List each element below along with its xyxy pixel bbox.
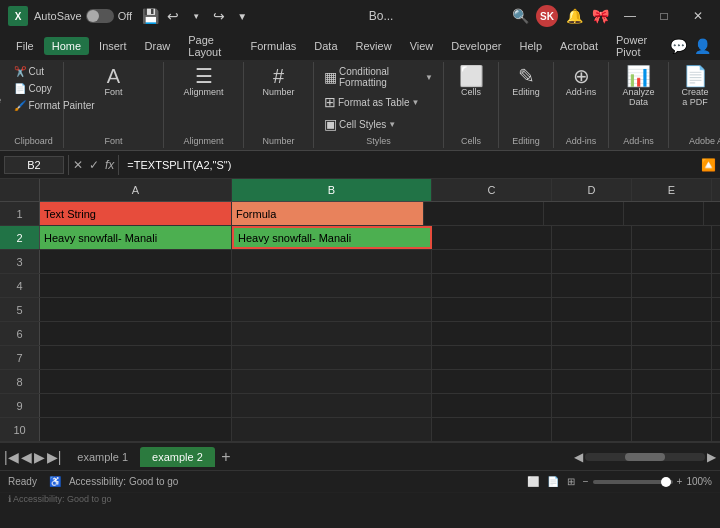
- cell-f8[interactable]: [712, 370, 720, 393]
- cell-d9[interactable]: [552, 394, 632, 417]
- alignment-button[interactable]: ☰ Alignment: [179, 64, 227, 99]
- cell-e10[interactable]: [632, 418, 712, 441]
- view-normal-icon[interactable]: ⬜: [527, 476, 539, 487]
- cell-e3[interactable]: [632, 250, 712, 273]
- minimize-button[interactable]: —: [616, 6, 644, 26]
- menu-help[interactable]: Help: [511, 37, 550, 55]
- cell-d2[interactable]: [552, 226, 632, 249]
- cell-e2[interactable]: [632, 226, 712, 249]
- cell-b3[interactable]: [232, 250, 432, 273]
- cell-d1[interactable]: [544, 202, 624, 225]
- cell-e8[interactable]: [632, 370, 712, 393]
- sheet-tab-example2[interactable]: example 2: [140, 447, 215, 467]
- addins-button[interactable]: ⊕ Add-ins: [561, 64, 601, 99]
- horizontal-scrollbar[interactable]: [585, 453, 705, 461]
- close-button[interactable]: ✕: [684, 6, 712, 26]
- cell-c10[interactable]: [432, 418, 552, 441]
- cell-c8[interactable]: [432, 370, 552, 393]
- menu-data[interactable]: Data: [306, 37, 345, 55]
- add-sheet-button[interactable]: +: [215, 446, 237, 468]
- cell-a3[interactable]: [40, 250, 232, 273]
- zoom-slider[interactable]: [593, 480, 673, 484]
- editing-button[interactable]: ✎ Editing: [506, 64, 546, 99]
- tab-next-icon[interactable]: ▶: [34, 449, 45, 465]
- cell-b2[interactable]: Heavy snowfall- Manali: [232, 226, 432, 249]
- menu-acrobat[interactable]: Acrobat: [552, 37, 606, 55]
- col-header-c[interactable]: C: [432, 179, 552, 201]
- cell-a8[interactable]: [40, 370, 232, 393]
- cell-d4[interactable]: [552, 274, 632, 297]
- undo-dropdown-icon[interactable]: ▼: [186, 6, 206, 26]
- col-header-b[interactable]: B: [232, 179, 432, 201]
- tab-scroll-left-icon[interactable]: ◀: [574, 450, 583, 464]
- more-options-icon[interactable]: ▼: [232, 6, 252, 26]
- cell-b10[interactable]: [232, 418, 432, 441]
- cell-b8[interactable]: [232, 370, 432, 393]
- menu-power-pivot[interactable]: Power Pivot: [608, 31, 666, 61]
- cell-c3[interactable]: [432, 250, 552, 273]
- cell-c5[interactable]: [432, 298, 552, 321]
- insert-function-icon[interactable]: fx: [105, 158, 114, 172]
- cell-c1[interactable]: [424, 202, 544, 225]
- zoom-in-icon[interactable]: +: [677, 476, 683, 487]
- cell-a5[interactable]: [40, 298, 232, 321]
- cell-e7[interactable]: [632, 346, 712, 369]
- sheet-tab-example1[interactable]: example 1: [65, 447, 140, 467]
- cell-e9[interactable]: [632, 394, 712, 417]
- col-header-d[interactable]: D: [552, 179, 632, 201]
- cell-e4[interactable]: [632, 274, 712, 297]
- cell-d3[interactable]: [552, 250, 632, 273]
- cell-b5[interactable]: [232, 298, 432, 321]
- view-page-layout-icon[interactable]: 📄: [547, 476, 559, 487]
- tab-last-icon[interactable]: ▶|: [47, 449, 62, 465]
- menu-home[interactable]: Home: [44, 37, 89, 55]
- menu-file[interactable]: File: [8, 37, 42, 55]
- cell-f4[interactable]: [712, 274, 720, 297]
- maximize-button[interactable]: □: [650, 6, 678, 26]
- cell-d10[interactable]: [552, 418, 632, 441]
- cell-reference-input[interactable]: [4, 156, 64, 174]
- cell-d6[interactable]: [552, 322, 632, 345]
- font-button[interactable]: A Font: [94, 64, 134, 99]
- tab-prev-icon[interactable]: ◀: [21, 449, 32, 465]
- format-as-table-button[interactable]: ⊞ Format as Table ▼: [320, 92, 437, 112]
- cell-c4[interactable]: [432, 274, 552, 297]
- menu-view[interactable]: View: [402, 37, 442, 55]
- col-header-f[interactable]: F: [712, 179, 720, 201]
- cells-button[interactable]: ⬜ Cells: [451, 64, 491, 99]
- comments-icon[interactable]: 💬: [668, 36, 688, 56]
- notification-icon[interactable]: 🔔: [564, 6, 584, 26]
- cell-b7[interactable]: [232, 346, 432, 369]
- cell-f5[interactable]: [712, 298, 720, 321]
- cell-f7[interactable]: [712, 346, 720, 369]
- zoom-out-icon[interactable]: −: [583, 476, 589, 487]
- cell-a4[interactable]: [40, 274, 232, 297]
- view-page-break-icon[interactable]: ⊞: [567, 476, 575, 487]
- cell-f10[interactable]: [712, 418, 720, 441]
- share-icon[interactable]: 👤: [692, 36, 712, 56]
- cell-f2[interactable]: [712, 226, 720, 249]
- cell-a9[interactable]: [40, 394, 232, 417]
- menu-draw[interactable]: Draw: [137, 37, 179, 55]
- tab-first-icon[interactable]: |◀: [4, 449, 19, 465]
- cell-b4[interactable]: [232, 274, 432, 297]
- cell-d7[interactable]: [552, 346, 632, 369]
- search-icon[interactable]: 🔍: [510, 6, 530, 26]
- cell-a1[interactable]: Text String: [40, 202, 232, 225]
- tab-scroll-right-icon[interactable]: ▶: [707, 450, 716, 464]
- cell-b1[interactable]: Formula: [232, 202, 424, 225]
- number-button[interactable]: # Number: [258, 64, 298, 99]
- cell-c9[interactable]: [432, 394, 552, 417]
- cell-a2[interactable]: Heavy snowfall- Manali: [40, 226, 232, 249]
- cell-f3[interactable]: [712, 250, 720, 273]
- cell-f9[interactable]: [712, 394, 720, 417]
- undo-icon[interactable]: ↩: [163, 6, 183, 26]
- cell-b6[interactable]: [232, 322, 432, 345]
- cell-d5[interactable]: [552, 298, 632, 321]
- cell-a6[interactable]: [40, 322, 232, 345]
- conditional-formatting-button[interactable]: ▦ Conditional Formatting ▼: [320, 64, 437, 90]
- menu-page-layout[interactable]: Page Layout: [180, 31, 240, 61]
- save-icon[interactable]: 💾: [140, 6, 160, 26]
- analyze-button[interactable]: 📊 Analyze Data: [615, 64, 662, 109]
- cell-e1[interactable]: [624, 202, 704, 225]
